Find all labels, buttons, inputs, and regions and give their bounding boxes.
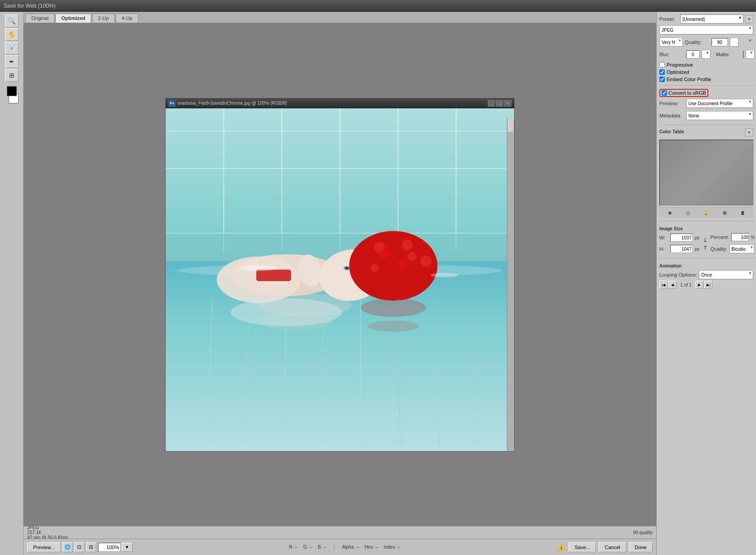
bottom-icon-1[interactable]: ⊡ — [74, 542, 84, 552]
preview-select[interactable]: Use Document Profile — [686, 99, 753, 108]
svg-point-47 — [368, 321, 419, 332]
preview-select-wrap: Use Document Profile — [686, 99, 753, 108]
anim-prev-btn[interactable]: ◀ — [668, 281, 677, 289]
slice-tool-btn[interactable]: ⊞ — [5, 69, 19, 82]
tabs-bar: Original Optimized 2-Up 4-Up — [24, 12, 656, 23]
preset-select[interactable]: [Unnamed] — [680, 15, 743, 24]
svg-text:!: ! — [561, 546, 562, 550]
format-select[interactable]: JPEG PNG-8 PNG-24 GIF — [659, 25, 753, 34]
blur-input[interactable] — [686, 50, 700, 58]
percent-input[interactable] — [731, 233, 749, 241]
quality-value-input[interactable] — [712, 38, 728, 46]
tab-optimized[interactable]: Optimized — [55, 14, 91, 23]
color-swatch-area — [5, 86, 19, 103]
quality-value-select[interactable] — [730, 38, 739, 47]
matte-label: Matte: — [716, 52, 741, 57]
ct-web-icon[interactable]: ⊞ — [721, 209, 728, 216]
svg-point-34 — [365, 254, 374, 263]
preset-menu-icon[interactable]: ≡ — [745, 15, 753, 23]
zoom-select: 100% ▼ — [98, 543, 133, 552]
matte-swatch[interactable] — [743, 51, 744, 58]
title-bar: Save for Web (100%) — [0, 0, 756, 12]
convert-srgb-checkbox[interactable] — [662, 90, 667, 96]
ct-trash-icon[interactable]: 🗑 — [739, 209, 746, 216]
image-size-title: Image Size — [659, 226, 753, 231]
color-r: R: -- — [289, 545, 298, 550]
tab-4up[interactable]: 4-Up — [116, 14, 138, 23]
width-unit: px — [695, 235, 700, 240]
width-row: W: px — [659, 234, 700, 242]
percent-label: Percent: — [711, 234, 729, 240]
embed-color-profile-label: Embed Color Profile — [667, 77, 711, 82]
minimize-btn[interactable]: _ — [488, 100, 495, 107]
animation-controls: |◀ ◀ 1 of 1 ▶ ▶| — [659, 281, 753, 289]
progressive-checkbox[interactable] — [659, 62, 665, 68]
svg-point-28 — [418, 268, 429, 278]
canvas-area: Original Optimized 2-Up 4-Up Ps svarbova… — [24, 12, 656, 555]
ct-select-icon[interactable]: ◻ — [684, 209, 692, 216]
zoom-input[interactable]: 100% — [98, 543, 121, 552]
save-button[interactable]: Save... — [569, 542, 596, 552]
height-input[interactable] — [670, 245, 693, 253]
metadata-select[interactable]: None All Copyright — [686, 111, 753, 120]
preset-row: Preset: [Unnamed] ≡ — [659, 15, 753, 24]
foreground-swatch[interactable] — [7, 86, 17, 96]
looping-select[interactable]: Once Forever Other — [699, 270, 753, 279]
convert-srgb-row: Convert to sRGB — [659, 89, 753, 97]
svg-point-33 — [398, 258, 407, 268]
quality-level-select[interactable]: Very High Low Medium High Maximum — [659, 38, 683, 47]
scrollbar-thumb[interactable] — [508, 119, 514, 132]
bottom-center: R: -- G: -- B: -- | Alpha: -- Hex: -- In… — [133, 545, 557, 550]
browser-preview-btn[interactable]: 🌐 — [63, 542, 73, 552]
zoom-tool-btn[interactable]: 🔍 — [5, 15, 19, 27]
warning-icon-wrapper: ! — [557, 543, 566, 552]
eyedropper2-tool-btn[interactable]: ✒ — [5, 55, 19, 68]
svg-point-35 — [371, 264, 379, 272]
anim-last-btn[interactable]: ▶| — [704, 281, 712, 289]
color-alpha: Alpha: -- — [342, 545, 359, 550]
close-btn[interactable]: × — [504, 100, 511, 107]
ct-new-icon[interactable]: ⊕ — [666, 209, 673, 216]
divider-1 — [659, 85, 753, 86]
quality-level-wrap: Very High Low Medium High Maximum — [659, 38, 683, 47]
photo-svg — [166, 108, 514, 451]
svg-point-31 — [407, 252, 416, 261]
embed-color-profile-checkbox[interactable] — [659, 77, 665, 82]
svg-rect-14 — [256, 269, 291, 281]
percent-unit: % — [751, 235, 755, 240]
canvas-vscrollbar[interactable] — [507, 118, 514, 451]
warning-icon: ! — [557, 544, 565, 551]
hand-tool-btn[interactable]: ✋ — [5, 28, 19, 41]
ct-lock-icon[interactable]: 🔒 — [702, 209, 710, 216]
zoom-dropdown-btn[interactable]: ▼ — [122, 543, 133, 552]
anim-next-btn[interactable]: ▶ — [695, 281, 703, 289]
inner-window: Ps svarbova_Feb9-SavedInChrome.jpg @ 100… — [165, 98, 515, 452]
bicubic-select[interactable]: Bicubic Bilinear Nearest Neighbor — [729, 244, 755, 253]
anim-first-btn[interactable]: |◀ — [659, 281, 668, 289]
quality-value-arrow — [730, 38, 753, 47]
tab-2up[interactable]: 2-Up — [92, 14, 115, 23]
quality-size-label: Quality: — [711, 246, 727, 252]
color-table-menu-icon[interactable]: ≡ — [745, 128, 753, 136]
done-button[interactable]: Done — [629, 542, 653, 552]
image-size-section: Image Size W: px H: px — [659, 226, 753, 255]
bottom-icon-2[interactable]: ⊟ — [86, 542, 96, 552]
metadata-label: Metadata: — [659, 113, 684, 118]
tab-original[interactable]: Original — [25, 14, 54, 23]
preset-label: Preset: — [659, 16, 678, 22]
inner-title-bar: Ps svarbova_Feb9-SavedInChrome.jpg @ 100… — [166, 98, 514, 108]
link-icon — [702, 237, 708, 251]
canvas-scroll: Ps svarbova_Feb9-SavedInChrome.jpg @ 100… — [24, 23, 656, 526]
looping-row: Looping Options: Once Forever Other — [659, 270, 753, 279]
svg-point-30 — [393, 244, 403, 255]
width-input[interactable] — [670, 234, 693, 242]
cancel-button[interactable]: Cancel — [599, 542, 626, 552]
maximize-btn[interactable]: □ — [496, 100, 503, 107]
eyedropper-tool-btn[interactable]: 💉 — [5, 42, 19, 54]
matte-select[interactable] — [746, 50, 755, 59]
left-toolbar: 🔍 ✋ 💉 ✒ ⊞ — [0, 12, 24, 555]
color-index: Index: -- — [383, 545, 400, 550]
blur-select[interactable] — [702, 50, 711, 59]
preview-button[interactable]: Preview... — [27, 542, 61, 552]
optimized-checkbox[interactable] — [659, 69, 665, 75]
